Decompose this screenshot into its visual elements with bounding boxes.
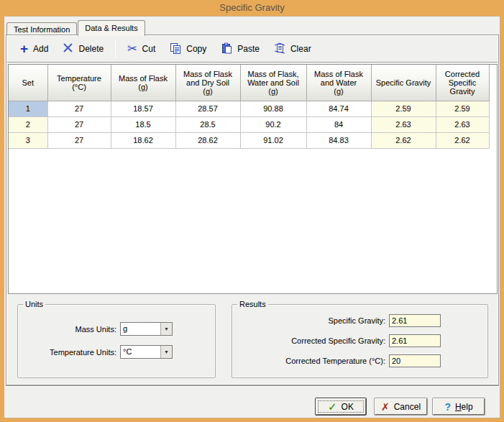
computed-cell: 2.63 — [436, 116, 489, 132]
table-row: 3 27 18.62 28.62 91.02 84.83 2.62 2.62 — [9, 132, 489, 148]
row-selector[interactable]: 3 — [9, 132, 47, 148]
window-title: Specific Gravity — [0, 0, 504, 16]
grid-cell[interactable]: 90.2 — [240, 116, 306, 132]
question-mark-icon: ? — [444, 401, 451, 413]
delete-button[interactable]: Delete — [55, 40, 111, 58]
corrected-specific-gravity-label: Corrected Specific Gravity: — [232, 336, 389, 345]
cut-button[interactable]: ✂ Cut — [120, 40, 162, 58]
x-icon: ✗ — [381, 401, 390, 413]
corrected-temperature-field: 20 — [389, 354, 441, 367]
ok-label: OK — [342, 402, 354, 412]
header-row: Set Temperature (°C) Mass of Flask (g) M… — [9, 65, 489, 101]
grid-cell[interactable]: 28.62 — [175, 132, 240, 148]
clear-icon — [274, 42, 285, 56]
temperature-units-select[interactable]: °C ▼ — [120, 345, 173, 359]
corrected-specific-gravity-field: 2.61 — [389, 334, 441, 347]
units-group-title: Units — [23, 300, 45, 308]
toolbar: + Add Delete ✂ Cut — [7, 36, 498, 63]
help-button[interactable]: ? Help — [433, 398, 485, 415]
scissors-icon: ✂ — [127, 43, 137, 55]
add-label: Add — [33, 44, 48, 54]
help-label: Help — [455, 402, 473, 412]
mass-units-select[interactable]: g ▼ — [120, 322, 173, 336]
grid-cell[interactable]: 18.57 — [111, 101, 175, 116]
footer-separator — [6, 385, 499, 387]
tab-strip: Test Information Data & Results — [6, 20, 146, 36]
add-button[interactable]: + Add — [13, 41, 55, 57]
grid-cell[interactable]: 28.5 — [175, 116, 240, 132]
results-group-title: Results — [237, 300, 268, 308]
column-header: Set — [9, 65, 47, 101]
mass-units-label: Mass Units: — [18, 325, 120, 334]
computed-cell: 2.59 — [371, 101, 436, 116]
chevron-down-icon[interactable]: ▼ — [160, 346, 172, 358]
row-selector-selected[interactable]: 1 — [9, 101, 47, 116]
paste-button[interactable]: Paste — [214, 40, 267, 59]
grid-cell[interactable]: 91.02 — [240, 132, 306, 148]
cancel-label: Cancel — [394, 402, 421, 412]
grid-cell[interactable]: 18.62 — [111, 132, 175, 148]
grid-cell[interactable]: 84 — [306, 116, 371, 132]
plus-icon: + — [20, 44, 28, 54]
copy-icon — [170, 42, 181, 56]
specific-gravity-window: Specific Gravity Test Information Data &… — [0, 0, 504, 422]
column-header: Mass of Flask and Dry Soil (g) — [175, 65, 240, 101]
tab-data-results[interactable]: Data & Results — [78, 20, 145, 36]
computed-cell: 2.63 — [371, 116, 436, 132]
delete-x-icon — [63, 42, 73, 55]
column-header: Mass of Flask and Water (g) — [306, 65, 371, 101]
delete-label: Delete — [78, 44, 104, 54]
table-row: 2 27 18.5 28.5 90.2 84 2.63 2.63 — [9, 116, 489, 132]
temperature-units-label: Temperature Units: — [18, 348, 120, 357]
corrected-temperature-label: Corrected Temperature (°C): — [232, 357, 389, 365]
clear-label: Clear — [290, 44, 311, 54]
specific-gravity-field: 2.61 — [389, 314, 441, 327]
grid-cell[interactable]: 18.5 — [111, 116, 175, 132]
toolbar-separator — [115, 40, 116, 58]
computed-cell: 2.62 — [436, 132, 489, 148]
table-row: 1 27 18.57 28.57 90.88 84.74 2.59 2.59 — [9, 101, 489, 116]
paste-icon — [221, 42, 232, 56]
grid-cell[interactable]: 28.57 — [175, 101, 240, 116]
computed-cell: 2.62 — [371, 132, 436, 148]
mass-units-value: g — [121, 323, 160, 335]
check-icon: ✓ — [328, 400, 337, 413]
temperature-units-value: °C — [121, 346, 160, 358]
results-table: Set Temperature (°C) Mass of Flask (g) M… — [9, 65, 490, 149]
grid-cell[interactable]: 27 — [47, 116, 111, 132]
column-header: Temperature (°C) — [47, 65, 111, 101]
computed-cell: 2.59 — [436, 101, 489, 116]
column-header: Specific Gravity — [371, 65, 436, 101]
column-header: Corrected Specific Gravity — [436, 65, 489, 101]
cancel-button[interactable]: ✗ Cancel — [375, 398, 427, 415]
data-grid: Set Temperature (°C) Mass of Flask (g) M… — [8, 64, 498, 294]
units-groupbox: Units Mass Units: g ▼ Temperature Units:… — [17, 304, 216, 378]
column-header: Mass of Flask, Water and Soil (g) — [240, 65, 306, 101]
specific-gravity-label: Specific Gravity: — [232, 316, 389, 325]
paste-label: Paste — [237, 44, 260, 54]
copy-button[interactable]: Copy — [162, 40, 214, 59]
grid-cell[interactable]: 84.74 — [306, 101, 371, 116]
tab-test-information[interactable]: Test Information — [6, 22, 77, 36]
clear-button[interactable]: Clear — [267, 40, 319, 59]
cut-label: Cut — [142, 44, 156, 54]
row-selector[interactable]: 2 — [9, 116, 47, 132]
grid-cell[interactable]: 84.83 — [306, 132, 371, 148]
grid-cell[interactable]: 27 — [47, 132, 111, 148]
column-header: Mass of Flask (g) — [111, 65, 175, 101]
ok-button[interactable]: ✓ OK — [316, 398, 366, 415]
grid-cell[interactable]: 90.88 — [240, 101, 306, 116]
grid-cell[interactable]: 27 — [47, 101, 111, 116]
dialog-body: Test Information Data & Results + Add De… — [4, 16, 500, 418]
chevron-down-icon[interactable]: ▼ — [160, 323, 172, 335]
tab-page-panel: + Add Delete ✂ Cut — [6, 35, 498, 385]
copy-label: Copy — [186, 44, 206, 54]
results-groupbox: Results Specific Gravity: 2.61 Corrected… — [232, 304, 488, 378]
